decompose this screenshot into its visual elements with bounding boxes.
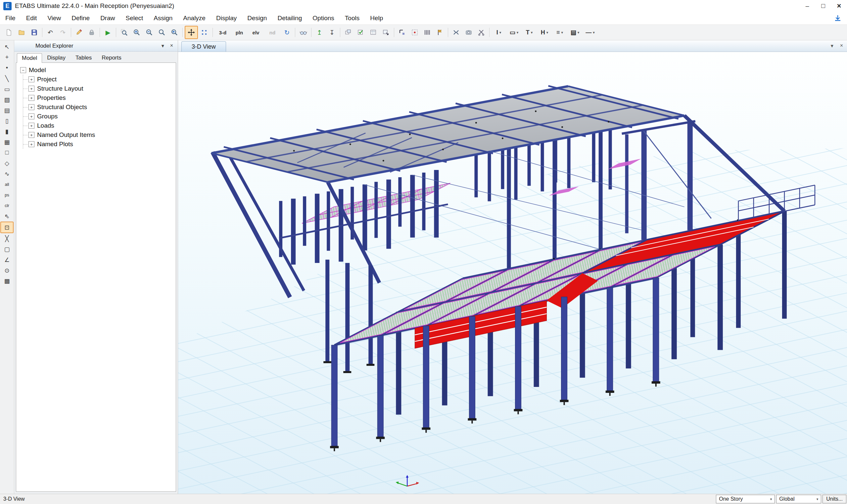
expand-icon[interactable]: + bbox=[29, 123, 34, 129]
tab-3d-view[interactable]: 3-D View bbox=[182, 41, 226, 52]
draw-null-area-button[interactable]: ◇ bbox=[1, 158, 13, 168]
menu-item-define[interactable]: Define bbox=[66, 12, 95, 24]
redo-button[interactable]: ↷ bbox=[57, 26, 69, 38]
draw-tee-dropdown[interactable]: T▾ bbox=[522, 26, 537, 38]
move-up-button[interactable]: ↥ bbox=[313, 26, 325, 38]
draw-frame-dropdown[interactable]: I▾ bbox=[491, 26, 506, 38]
move-down-button[interactable]: ↧ bbox=[326, 26, 338, 38]
tree-item-groups[interactable]: +Groups bbox=[29, 112, 176, 121]
zoom-previous-button[interactable] bbox=[169, 26, 180, 38]
measure-angle-button[interactable]: ∠ bbox=[1, 255, 13, 265]
quick-draw-wall-button[interactable]: ▮ bbox=[1, 126, 13, 137]
display-options-button[interactable] bbox=[297, 26, 309, 38]
draw-link-button[interactable]: ∿ bbox=[1, 169, 13, 179]
tile-windows-button[interactable] bbox=[342, 26, 354, 38]
quick-draw-secondary-beams-button[interactable]: ▤ bbox=[1, 105, 13, 115]
zoom-in-button[interactable] bbox=[131, 26, 143, 38]
rubber-band-select-button[interactable]: ⊡ bbox=[0, 221, 14, 233]
new-model-button[interactable] bbox=[3, 26, 15, 38]
run-analysis-button[interactable]: ▶ bbox=[102, 26, 114, 38]
quick-draw-brace-button[interactable]: ▨ bbox=[1, 94, 13, 105]
assign-joint-button[interactable] bbox=[409, 26, 421, 38]
frame-corner-button[interactable] bbox=[396, 26, 408, 38]
undo-button[interactable]: ↶ bbox=[44, 26, 56, 38]
section-cut-button[interactable] bbox=[475, 26, 487, 38]
tab-display[interactable]: Display bbox=[42, 53, 70, 62]
menu-item-draw[interactable]: Draw bbox=[95, 12, 120, 24]
draw-floor-button[interactable]: ▦ bbox=[1, 137, 13, 147]
tree-item-project[interactable]: +Project bbox=[29, 75, 176, 84]
zoom-window-button[interactable] bbox=[118, 26, 130, 38]
menu-item-help[interactable]: Help bbox=[365, 12, 388, 24]
draw-wide-flange-dropdown[interactable]: H▾ bbox=[537, 26, 552, 38]
menu-item-edit[interactable]: Edit bbox=[21, 12, 42, 24]
tree-item-named-output-items[interactable]: +Named Output Items bbox=[29, 130, 176, 140]
tree-item-named-plots[interactable]: +Named Plots bbox=[29, 140, 176, 149]
close-button[interactable]: × bbox=[831, 0, 847, 12]
poly-select-button[interactable]: ▢ bbox=[1, 244, 13, 254]
menu-item-view[interactable]: View bbox=[42, 12, 66, 24]
tree-item-structural-objects[interactable]: +Structural Objects bbox=[29, 103, 176, 112]
menu-item-analyze[interactable]: Analyze bbox=[178, 12, 211, 24]
section-ruler-button[interactable] bbox=[421, 26, 433, 38]
edit-pencil-button[interactable] bbox=[73, 26, 85, 38]
collapse-icon[interactable]: − bbox=[20, 67, 26, 73]
select-pointer-button[interactable]: ↖ bbox=[1, 42, 13, 52]
merge-button[interactable] bbox=[450, 26, 462, 38]
get-previous-selection-button[interactable]: ps bbox=[1, 190, 13, 200]
tree-item-structure-layout[interactable]: +Structure Layout bbox=[29, 84, 176, 93]
view-3d-button[interactable]: 3-d bbox=[215, 26, 231, 38]
add-view-window-button[interactable] bbox=[367, 26, 379, 38]
tree-item-loads[interactable]: +Loads bbox=[29, 121, 176, 130]
view-close-icon[interactable]: × bbox=[840, 43, 843, 49]
draw-frame-button[interactable]: ╲ bbox=[1, 73, 13, 84]
rotate-view-button[interactable]: ↻ bbox=[281, 26, 293, 38]
maximize-button[interactable]: □ bbox=[815, 0, 831, 12]
clear-selection-button[interactable]: clr bbox=[1, 200, 13, 211]
model-3d-view[interactable] bbox=[178, 52, 847, 494]
elevation-marker-button[interactable] bbox=[434, 26, 446, 38]
expand-icon[interactable]: + bbox=[29, 104, 34, 110]
menu-item-design[interactable]: Design bbox=[242, 12, 272, 24]
save-model-button[interactable] bbox=[28, 26, 40, 38]
draw-rect-floor-button[interactable]: □ bbox=[1, 147, 13, 158]
menu-item-display[interactable]: Display bbox=[211, 12, 242, 24]
draw-wall-button[interactable]: ▯ bbox=[1, 116, 13, 126]
check-selection-button[interactable] bbox=[355, 26, 367, 38]
quick-draw-frame-button[interactable]: ▭ bbox=[1, 84, 13, 94]
download-update-icon[interactable] bbox=[834, 14, 842, 22]
expand-icon[interactable]: + bbox=[29, 141, 34, 147]
draw-joint-button[interactable]: • bbox=[1, 63, 13, 73]
model-3d-canvas[interactable] bbox=[178, 52, 847, 494]
draw-area-dropdown[interactable]: ▭▾ bbox=[507, 26, 521, 38]
line-select-button[interactable]: ╳ bbox=[1, 233, 13, 244]
story-mode-select[interactable]: One Story ▾ bbox=[716, 495, 775, 503]
units-button[interactable]: Units... bbox=[823, 495, 846, 503]
tab-reports[interactable]: Reports bbox=[97, 53, 126, 62]
snapshot-button[interactable] bbox=[463, 26, 474, 38]
tree-item-properties[interactable]: +Properties bbox=[29, 93, 176, 103]
minimize-button[interactable]: – bbox=[799, 0, 815, 12]
draw-deck-dropdown[interactable]: ≡▾ bbox=[552, 26, 567, 38]
deselect-button[interactable]: ⇖ bbox=[1, 211, 13, 221]
zoom-out-button[interactable] bbox=[143, 26, 155, 38]
view-named-button[interactable]: nd bbox=[264, 26, 280, 38]
open-model-button[interactable] bbox=[16, 26, 28, 38]
menu-item-assign[interactable]: Assign bbox=[148, 12, 178, 24]
expand-icon[interactable]: + bbox=[29, 76, 34, 82]
expand-icon[interactable]: + bbox=[29, 95, 34, 101]
lock-model-button[interactable] bbox=[86, 26, 98, 38]
menu-item-detailing[interactable]: Detailing bbox=[272, 12, 307, 24]
view-elevation-button[interactable]: elv bbox=[248, 26, 264, 38]
tab-tables[interactable]: Tables bbox=[70, 53, 97, 62]
expand-icon[interactable]: + bbox=[29, 113, 34, 120]
aerial-view-button[interactable] bbox=[198, 26, 210, 38]
draw-line-dropdown[interactable]: —▾ bbox=[583, 26, 598, 38]
expand-icon[interactable]: + bbox=[29, 86, 34, 92]
menu-item-file[interactable]: File bbox=[0, 12, 21, 24]
tree-item-model[interactable]: − Model bbox=[20, 66, 176, 75]
panel-menu-caret-icon[interactable]: ▾ bbox=[161, 43, 164, 49]
snap-options-button[interactable]: ⊙ bbox=[1, 265, 13, 275]
panel-close-icon[interactable]: × bbox=[170, 43, 173, 49]
expand-icon[interactable]: + bbox=[29, 132, 34, 138]
